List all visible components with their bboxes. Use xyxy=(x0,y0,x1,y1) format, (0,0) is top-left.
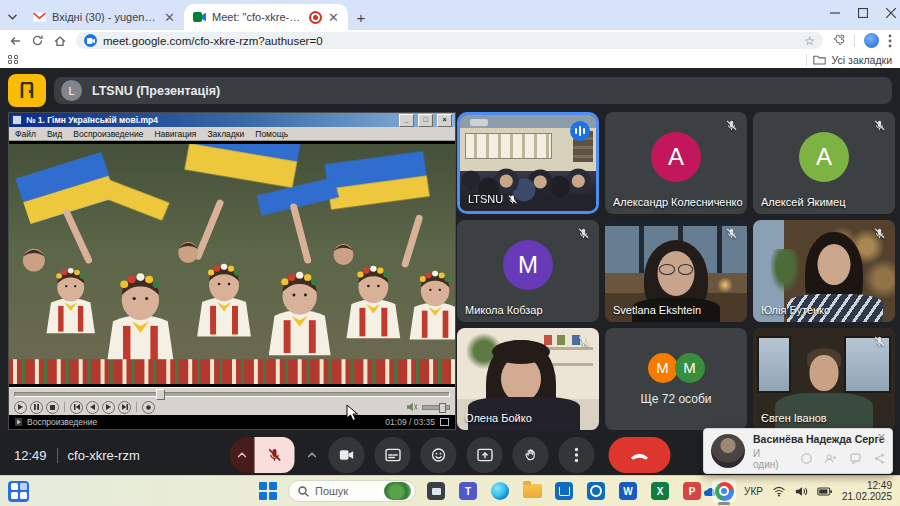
message-notification[interactable]: Васинёва Надежда Сергеевна И один) ✕ xyxy=(703,428,893,474)
participant-tile-ltsnu[interactable]: LTSNU xyxy=(457,112,599,214)
volume-icon[interactable] xyxy=(795,486,808,497)
skip-end-button[interactable] xyxy=(118,401,131,414)
end-call-button[interactable] xyxy=(609,437,671,473)
pause-button[interactable] xyxy=(30,401,43,414)
browser-menu-icon[interactable] xyxy=(888,34,892,48)
participant-tile[interactable]: Олена Бойко xyxy=(457,328,599,430)
step-back-button[interactable] xyxy=(86,401,99,414)
back-icon[interactable] xyxy=(8,34,22,48)
seek-track[interactable] xyxy=(14,392,450,397)
player-title-bar[interactable]: № 1. Гімн Українській мові.mp4 _ □ × xyxy=(9,113,455,127)
stop-button[interactable] xyxy=(46,401,59,414)
start-button[interactable] xyxy=(256,479,280,503)
extensions-icon[interactable] xyxy=(832,34,845,47)
taskbar-search[interactable]: Пошук xyxy=(288,480,416,502)
all-bookmarks-label[interactable]: Усі закладки xyxy=(832,54,892,66)
menu-file[interactable]: Файл xyxy=(15,129,36,139)
apps-grid-icon[interactable] xyxy=(8,55,18,65)
tab-close-icon[interactable]: ✕ xyxy=(164,11,175,24)
mic-toggle-button[interactable] xyxy=(255,437,295,473)
mouse-cursor xyxy=(346,404,359,422)
presenter-avatar: L xyxy=(61,80,82,101)
camera-permission-icon[interactable] xyxy=(84,34,97,47)
bookmark-star-icon[interactable]: ☆ xyxy=(804,34,815,48)
present-screen-button[interactable] xyxy=(467,437,503,473)
player-seek-bar[interactable] xyxy=(9,387,455,399)
play-button[interactable] xyxy=(14,401,27,414)
taskbar-clock[interactable]: 12:49 21.02.2025 xyxy=(842,480,892,503)
notification-title: Васинёва Надежда Сергеевна xyxy=(753,433,885,445)
outlook-icon[interactable] xyxy=(584,479,608,503)
tab-meet[interactable]: Meet: "cfo-xkre-rzm" ✕ xyxy=(184,4,348,30)
teams-icon[interactable] xyxy=(456,479,480,503)
like-icon[interactable] xyxy=(801,453,812,464)
camera-options-chevron[interactable] xyxy=(305,452,319,458)
chat-icon[interactable] xyxy=(850,453,861,464)
more-options-button[interactable] xyxy=(559,437,595,473)
battery-icon[interactable] xyxy=(817,486,833,497)
widgets-icon[interactable] xyxy=(8,481,29,502)
clock-date: 21.02.2025 xyxy=(842,491,892,503)
player-close-button[interactable]: × xyxy=(437,114,452,127)
notification-close-icon[interactable]: ✕ xyxy=(877,432,886,443)
menu-help[interactable]: Помощь xyxy=(255,129,288,139)
participant-tile[interactable]: А Алексей Якимец xyxy=(753,112,895,214)
new-tab-button[interactable]: + xyxy=(348,4,374,30)
excel-icon[interactable] xyxy=(648,479,672,503)
pdf-app-icon[interactable] xyxy=(680,479,704,503)
home-icon[interactable] xyxy=(53,34,67,48)
file-explorer-icon[interactable] xyxy=(520,479,544,503)
participant-name: Александр Колесниченко xyxy=(613,196,743,208)
volume-thumb[interactable] xyxy=(439,403,446,413)
ltsnu-app-icon[interactable] xyxy=(8,74,46,107)
video-content[interactable] xyxy=(9,141,455,387)
add-contact-icon[interactable] xyxy=(825,453,837,464)
minimize-button[interactable] xyxy=(830,8,840,18)
camera-toggle-button[interactable] xyxy=(329,437,365,473)
player-minimize-button[interactable]: _ xyxy=(399,114,414,127)
menu-view[interactable]: Вид xyxy=(47,129,62,139)
skip-start-button[interactable] xyxy=(70,401,83,414)
tab-search-icon[interactable] xyxy=(0,4,24,30)
menu-playback[interactable]: Воспроизведение xyxy=(73,129,143,139)
url-bar[interactable]: meet.google.com/cfo-xkre-rzm?authuser=0 … xyxy=(76,32,823,49)
reactions-button[interactable] xyxy=(421,437,457,473)
divider xyxy=(854,35,855,47)
seek-thumb[interactable] xyxy=(156,389,165,400)
participant-tile[interactable]: А Александр Колесниченко xyxy=(605,112,747,214)
more-participants-tile[interactable]: M M Ще 72 особи xyxy=(605,328,747,430)
tab-close-icon[interactable]: ✕ xyxy=(328,11,339,24)
mic-options-chevron[interactable] xyxy=(230,437,255,473)
word-icon[interactable] xyxy=(616,479,640,503)
close-button[interactable] xyxy=(886,8,896,18)
participant-tile[interactable]: Svetlana Ekshtein xyxy=(605,220,747,322)
edge-icon[interactable] xyxy=(488,479,512,503)
participant-tile[interactable]: Юлія Бутенко xyxy=(753,220,895,322)
player-maximize-button[interactable]: □ xyxy=(418,114,433,127)
participant-tile[interactable]: Євген Іванов xyxy=(753,328,895,430)
maximize-button[interactable] xyxy=(858,8,868,18)
participant-tile[interactable]: М Микола Кобзар xyxy=(457,220,599,322)
microsoft-store-icon[interactable] xyxy=(552,479,576,503)
volume-muted-icon[interactable] xyxy=(406,402,418,412)
volume-slider[interactable] xyxy=(422,405,450,410)
language-indicator[interactable]: УКР xyxy=(744,486,763,497)
raise-hand-button[interactable] xyxy=(513,437,549,473)
tab-gmail[interactable]: Вхідні (30) - yugene4007@gm... ✕ xyxy=(24,4,184,30)
captions-button[interactable] xyxy=(375,437,411,473)
tab-title: Вхідні (30) - yugene4007@gm... xyxy=(52,11,158,23)
step-forward-button[interactable] xyxy=(102,401,115,414)
snapshot-button[interactable] xyxy=(142,401,155,414)
tab-title: Meet: "cfo-xkre-rzm" xyxy=(212,11,303,23)
share-icon[interactable] xyxy=(874,453,885,464)
menu-navigation[interactable]: Навигация xyxy=(154,129,196,139)
overflow-avatar: M xyxy=(648,353,678,383)
task-view-icon[interactable] xyxy=(424,479,448,503)
windows-taskbar: Пошук УКР 12:49 21.02.2025 xyxy=(0,475,900,506)
presentation-bar[interactable]: L LTSNU (Презентація) xyxy=(54,77,892,104)
menu-bookmarks[interactable]: Закладки xyxy=(207,129,244,139)
reload-icon[interactable] xyxy=(31,34,44,47)
profile-avatar[interactable] xyxy=(864,33,879,48)
chrome-icon[interactable] xyxy=(712,479,736,503)
wifi-icon[interactable] xyxy=(772,486,786,497)
